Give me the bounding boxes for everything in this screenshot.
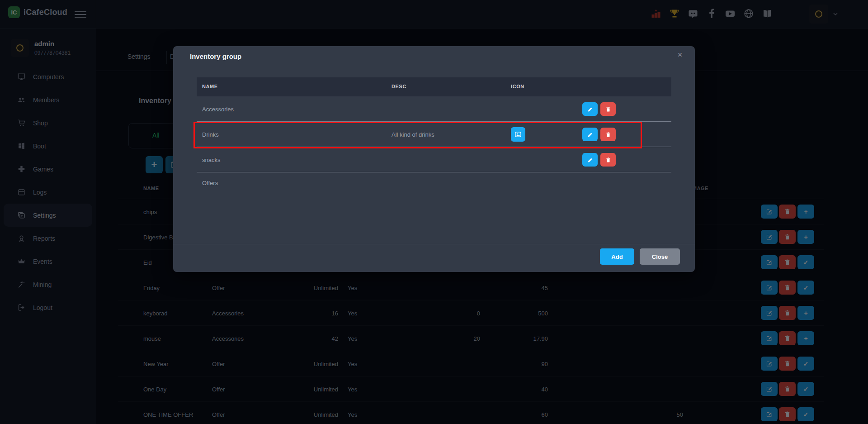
group-row-offers: Offers [197, 172, 671, 193]
column-name: NAME [202, 84, 218, 89]
trash-icon [605, 106, 611, 112]
modal-close-icon[interactable]: × [672, 48, 688, 62]
modal-footer-divider [173, 244, 695, 244]
group-row-accessories: Accessories [197, 96, 671, 122]
inventory-group-modal: Inventory group × NAME DESC ICON Accesso… [173, 46, 695, 272]
group-table-header: NAME DESC ICON [197, 77, 671, 96]
trash-icon [605, 157, 611, 163]
pencil-icon [587, 106, 593, 112]
cell-name: snacks [202, 157, 220, 163]
edit-button[interactable] [582, 102, 598, 116]
group-row-snacks: snacks [197, 147, 671, 172]
delete-button[interactable] [600, 102, 616, 116]
column-icon: ICON [511, 84, 524, 89]
add-button[interactable]: Add [600, 248, 634, 265]
modal-title: Inventory group [190, 52, 241, 60]
cell-name: Offers [202, 180, 218, 186]
cell-name: Accessories [202, 106, 234, 113]
column-desc: DESC [392, 84, 406, 89]
app-root: iC iCafeCloud admin 097778704381 Compute… [0, 0, 868, 424]
highlight-drinks-row [193, 122, 642, 148]
edit-button[interactable] [582, 153, 598, 167]
pencil-icon [587, 157, 593, 163]
delete-button[interactable] [600, 153, 616, 167]
close-button[interactable]: Close [640, 248, 680, 265]
